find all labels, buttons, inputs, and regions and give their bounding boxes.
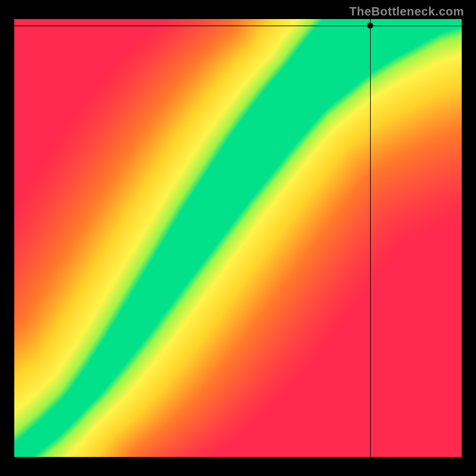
marker-dot	[367, 23, 373, 29]
watermark-text: TheBottleneck.com	[349, 5, 464, 18]
crosshair-vertical	[370, 19, 371, 457]
chart-frame: TheBottleneck.com	[0, 0, 476, 476]
plot-area	[14, 19, 462, 457]
crosshair-horizontal	[14, 26, 462, 26]
heatmap-canvas	[14, 19, 462, 457]
